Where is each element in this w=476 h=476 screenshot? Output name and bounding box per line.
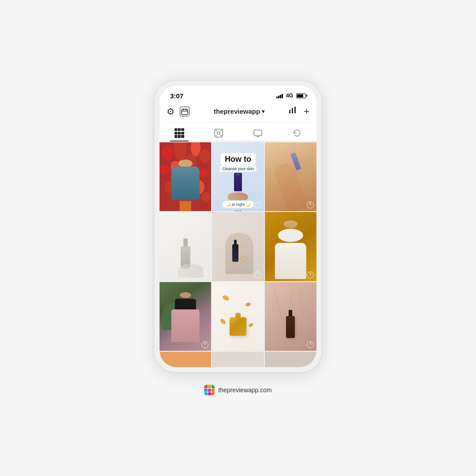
settings-icon[interactable]: ⚙	[167, 106, 175, 117]
refresh-icon	[292, 128, 302, 138]
ring	[241, 256, 247, 262]
battery-fill	[297, 94, 303, 97]
grid-cell-3[interactable]	[265, 142, 316, 211]
clock-icon-overlay-4	[201, 271, 208, 279]
status-bar: 3:07 4G	[160, 86, 316, 102]
phone-screen: 3:07 4G ⚙	[160, 86, 316, 367]
bag-shape	[180, 201, 191, 211]
page-wrapper: 3:07 4G ⚙	[154, 81, 322, 395]
logo-cell-2	[208, 385, 211, 388]
hand-hint	[178, 264, 204, 278]
clock-icon-overlay-8	[254, 341, 261, 348]
signal-bar-2	[278, 96, 279, 98]
svg-rect-4	[289, 110, 290, 113]
battery-icon	[296, 93, 306, 98]
footer-website: thepreviewapp.com	[218, 387, 271, 394]
grid-cell-2[interactable]: How to Cleanse your skin 🌙 at night 🌙 〰	[212, 142, 264, 211]
svg-rect-5	[292, 108, 293, 113]
partial-cell-2	[212, 352, 264, 367]
svg-rect-13	[254, 130, 262, 136]
grid-cell-8[interactable]	[212, 282, 264, 351]
svg-point-12	[220, 135, 222, 136]
logo-cell-9	[212, 392, 215, 395]
footer-brand: thepreviewapp.com	[204, 385, 271, 395]
nav-right-icons: +	[289, 106, 309, 117]
reels-icon	[214, 128, 223, 138]
woman-garden-figure	[171, 292, 200, 351]
product-bottle	[234, 173, 242, 191]
woman-figure	[171, 160, 200, 211]
howto-subtitle: Cleanse your skin	[219, 166, 257, 172]
signal-bars-icon	[276, 93, 283, 98]
svg-rect-6	[294, 107, 296, 113]
perfume-bottle	[230, 313, 246, 337]
tab-grid[interactable]	[170, 126, 189, 140]
partial-cell-3	[265, 352, 316, 367]
body-white	[275, 243, 306, 279]
svg-rect-0	[182, 109, 188, 115]
photo-grid: How to Cleanse your skin 🌙 at night 🌙 〰	[160, 141, 316, 352]
logo-cell-8	[208, 392, 211, 395]
woman-white-figure	[275, 220, 306, 281]
phone-frame: 3:07 4G ⚙	[154, 81, 322, 372]
svg-point-11	[216, 135, 217, 136]
network-type: 4G	[286, 93, 293, 99]
clock-icon-overlay-2	[254, 201, 261, 208]
status-icons: 4G	[276, 93, 306, 99]
brown-dropper	[286, 310, 295, 338]
wave-emoji: 〰	[235, 208, 241, 211]
product-hand	[228, 173, 248, 200]
partial-cell-1	[160, 352, 211, 367]
username-display[interactable]: thepreviewapp ▾	[214, 108, 264, 115]
grid-cell-9[interactable]	[265, 282, 316, 351]
night-label: 🌙 at night 🌙	[222, 201, 254, 208]
logo-cell-4	[204, 389, 207, 392]
svg-point-10	[220, 130, 222, 131]
tv-icon	[253, 128, 263, 138]
palm-shape	[228, 192, 248, 200]
partial-bottom-row	[160, 352, 316, 367]
top-black	[175, 299, 196, 309]
tab-reels[interactable]	[209, 126, 228, 140]
head-shape	[178, 160, 193, 167]
clock-icon-overlay-5	[254, 271, 261, 279]
dropper-bottle	[232, 240, 238, 264]
svg-point-8	[217, 132, 220, 134]
howto-title: How to	[220, 153, 256, 166]
signal-bar-4	[282, 94, 283, 98]
calendar-icon[interactable]	[180, 107, 190, 116]
grid-cell-6[interactable]	[265, 212, 316, 281]
spray-bottle-white	[181, 238, 190, 267]
chevron-down-icon: ▾	[262, 108, 264, 115]
clock-icon-overlay-6	[307, 271, 314, 279]
bar-chart-icon[interactable]	[289, 106, 297, 116]
tab-refresh[interactable]	[288, 126, 306, 140]
grid-cell-1[interactable]	[160, 142, 211, 211]
skirt-pink	[171, 309, 200, 342]
logo-cell-6	[212, 389, 215, 392]
grid-cell-5[interactable]	[212, 212, 264, 281]
status-time: 3:07	[170, 92, 183, 100]
logo-cell-5	[208, 389, 211, 392]
tab-bar	[160, 122, 316, 141]
logo-cell-3	[212, 385, 215, 388]
grid-cell-7[interactable]	[160, 282, 211, 351]
hand-holding	[225, 233, 254, 274]
footer-logo	[204, 385, 215, 395]
logo-cell-7	[204, 392, 207, 395]
signal-bar-3	[280, 95, 281, 98]
plus-icon[interactable]: +	[304, 106, 309, 117]
grid-view-icon	[175, 128, 184, 138]
top-nav: ⚙ thepreviewapp ▾ +	[160, 102, 316, 122]
tab-tv[interactable]	[249, 126, 267, 140]
grid-cell-4[interactable]	[160, 212, 211, 281]
signal-bar-1	[276, 97, 278, 98]
body-shape	[171, 167, 200, 200]
logo-cell-1	[204, 385, 207, 388]
svg-point-9	[216, 130, 217, 131]
